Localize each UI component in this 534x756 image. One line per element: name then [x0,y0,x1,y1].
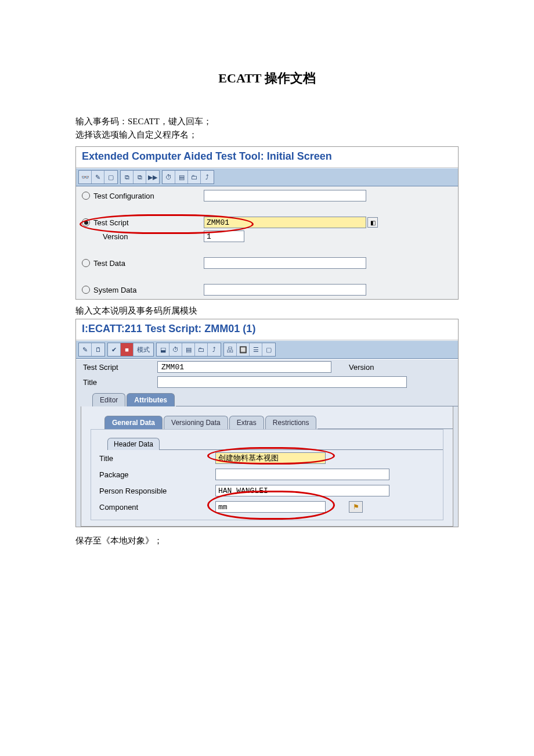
clock-icon[interactable]: ⏱ [163,171,175,183]
label-test-data: Test Data [93,259,125,268]
radio-test-script[interactable] [82,218,90,226]
label-system-data: System Data [93,286,136,294]
tree-icon[interactable]: ⬓ [157,343,169,356]
intro-line-4: 保存至《本地对象》； [75,535,459,546]
group-header-data: Header Data [107,438,160,450]
fastforward-icon[interactable]: ▶▶ [146,171,159,183]
hier-icon[interactable]: 品 [224,343,237,356]
label2-version: Version [349,363,374,372]
sub-tabstrip: General Data Versioning Data Extras Rest… [81,410,453,429]
mode-button[interactable]: 模式 [134,343,153,356]
label-test-script: Test Script [93,218,129,227]
gd-title-field[interactable]: 创建物料基本视图 [215,452,326,464]
folder2-icon[interactable]: 🗀 [195,343,208,356]
tab-general-data[interactable]: General Data [104,416,163,429]
search-help-icon[interactable]: ◧ [367,217,378,228]
label-test-config: Test Configuration [93,192,154,200]
component-help-icon[interactable]: ⚑ [349,501,363,513]
gd-person-label: Person Responsible [99,487,215,495]
field-test-config[interactable] [204,190,366,201]
tab-editor[interactable]: Editor [92,393,125,406]
sheet2-icon[interactable]: ▤ [182,343,195,356]
screen1-toolbar: 👓 ✎ ▢ ⧉ ⧉ ▶▶ ⏱ ▤ 🗀 ⤴ [76,168,458,186]
gd-title-label: Title [99,454,215,463]
radio-test-data[interactable] [82,259,90,267]
doc-title: ECATT 操作文档 [75,70,459,87]
stop-icon[interactable]: ■ [121,343,134,356]
gd-package-label: Package [99,470,215,479]
clock2-icon[interactable]: ⏱ [169,343,182,356]
tab-extras[interactable]: Extras [229,416,264,429]
field-system-data[interactable] [204,284,366,296]
list-icon[interactable]: ☰ [250,343,262,356]
gd-component-field[interactable]: mm [215,501,326,513]
intro-line-3: 输入文本说明及事务码所属模块 [75,305,459,316]
field-test-script[interactable]: ZMM01 [204,217,366,228]
gd-component-label: Component [99,503,215,512]
page-icon[interactable]: ▢ [104,171,117,183]
radio-test-config[interactable] [82,192,90,200]
copy2-icon[interactable]: ⧉ [134,171,146,183]
field-version[interactable]: 1 [204,231,244,242]
tab-versioning-data[interactable]: Versioning Data [164,416,228,429]
main-tabstrip: Editor Attributes [76,390,458,406]
label2-title: Title [83,378,157,387]
sheet-icon[interactable]: ▤ [175,171,188,183]
screen2-title: I:ECATT:211 Test Script: ZMM01 (1) [76,319,458,340]
glasses-icon[interactable]: 👓 [79,171,92,183]
label2-test-script: Test Script [83,363,157,372]
label-version: Version [103,232,128,241]
copy-icon[interactable]: ⧉ [121,171,134,183]
field2-test-script: ZMM01 [157,361,331,373]
pencil-icon[interactable]: ✎ [92,171,104,183]
intro-line-2: 选择该选项输入自定义程序名； [75,129,459,141]
folder-icon[interactable]: 🗀 [188,171,201,183]
tab-attributes[interactable]: Attributes [127,393,175,406]
screen2-toolbar: ✎ 🗒 ✔ ■ 模式 ⬓ ⏱ ▤ 🗀 ⤴ 品 🔲 ☰ ▢ [76,340,458,359]
check-icon[interactable]: ✔ [108,343,121,356]
where-icon[interactable]: 🔲 [237,343,250,356]
field2-title[interactable] [157,376,407,388]
gd-package-field[interactable] [215,469,389,480]
radio-system-data[interactable] [82,286,90,294]
tab-restrictions[interactable]: Restrictions [265,416,317,429]
screen1-title: Extended Computer Aided Test Tool: Initi… [76,147,458,168]
blank-icon[interactable]: ▢ [262,343,275,356]
intro-line-1: 输入事务码：SECATT，键入回车； [75,116,459,127]
field-test-data[interactable] [204,257,366,269]
other-icon[interactable]: 🗒 [92,343,104,356]
export-icon[interactable]: ⤴ [201,171,214,183]
gd-person-field: HAN_WANGLEI [215,485,389,496]
toggle-icon[interactable]: ✎ [79,343,92,356]
sap-screenshot-initial: Extended Computer Aided Test Tool: Initi… [75,146,459,300]
sap-screenshot-script: I:ECATT:211 Test Script: ZMM01 (1) ✎ 🗒 ✔… [75,319,459,527]
export2-icon[interactable]: ⤴ [208,343,221,356]
